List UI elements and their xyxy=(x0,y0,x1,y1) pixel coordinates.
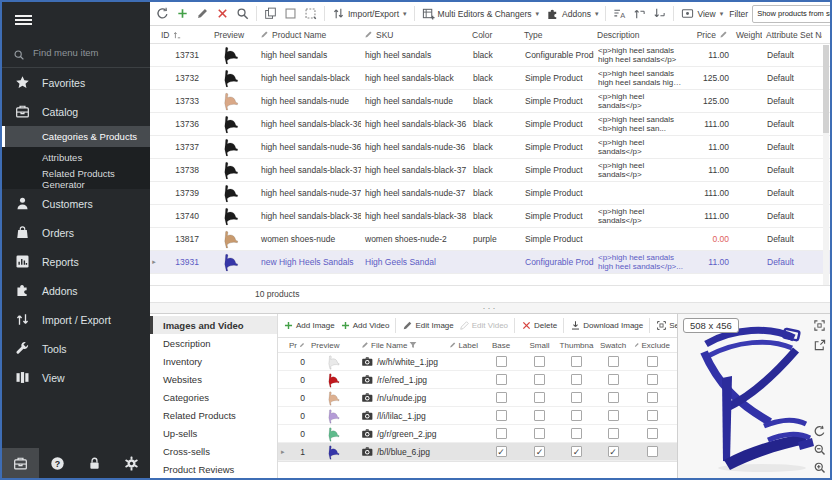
column-header-thumbna[interactable]: Thumbna xyxy=(558,338,595,352)
column-header-product-name[interactable]: Product Name xyxy=(256,26,360,43)
delete-image-button[interactable]: Delete xyxy=(519,318,559,333)
swatch-checkbox[interactable] xyxy=(608,356,619,367)
table-row[interactable]: 13737high heel sandals-nude-36high heel … xyxy=(150,136,830,159)
image-row[interactable]: 0/g/r/green_2.jpg xyxy=(278,425,677,443)
addons-button[interactable]: Addons▾ xyxy=(543,5,601,22)
column-header-file-name[interactable]: File Name xyxy=(358,338,446,352)
add-video-button[interactable]: Add Video xyxy=(338,318,392,333)
column-header-id[interactable]: ID xyxy=(157,26,202,43)
small-checkbox[interactable] xyxy=(534,428,545,439)
tab-product-reviews[interactable]: Product Reviews xyxy=(150,460,277,478)
exclude-checkbox[interactable] xyxy=(647,392,658,403)
thumbnail-checkbox[interactable] xyxy=(571,428,582,439)
table-row[interactable]: 13733high heel sandals-nudehigh heel san… xyxy=(150,90,830,113)
paste-special-button[interactable] xyxy=(301,5,320,22)
tab-cross-sells[interactable]: Cross-sells xyxy=(150,442,277,460)
column-header-price[interactable]: Price xyxy=(688,26,732,43)
copy-button[interactable] xyxy=(261,5,280,22)
exclude-checkbox[interactable] xyxy=(647,374,658,385)
sidebar-item-categories-products[interactable]: Categories & Products xyxy=(2,126,150,147)
small-checkbox[interactable] xyxy=(534,374,545,385)
open-external-icon[interactable] xyxy=(813,339,826,352)
sidebar-item-tools[interactable]: Tools xyxy=(2,334,150,363)
column-header-preview[interactable]: Preview xyxy=(202,26,256,43)
set-resize-rule-button[interactable]: Set Resize Rule xyxy=(654,318,677,333)
image-row[interactable]: 0/n/u/nude.jpg xyxy=(278,389,677,407)
view-button[interactable]: View▾ xyxy=(678,5,726,22)
table-row[interactable]: 13738high heel sandals-black-37high heel… xyxy=(150,159,830,182)
storage-button[interactable] xyxy=(2,448,39,478)
sidebar-item-favorites[interactable]: Favorites xyxy=(2,68,150,97)
grid-scrollbar-thumb[interactable] xyxy=(823,45,829,133)
add-image-button[interactable]: Add Image xyxy=(281,318,337,333)
edit-image-button[interactable]: Edit Image xyxy=(400,318,455,333)
search-button[interactable] xyxy=(233,5,252,22)
sidebar-item-customers[interactable]: Customers xyxy=(2,189,150,218)
base-checkbox[interactable] xyxy=(496,410,507,421)
column-header-sku[interactable]: SKU xyxy=(360,26,468,43)
table-row[interactable]: 13740high heel sandals-black-38high heel… xyxy=(150,205,830,228)
sidebar-item-view[interactable]: View xyxy=(2,363,150,392)
fit-to-window-icon[interactable] xyxy=(813,319,826,332)
tab-up-sells[interactable]: Up-sells xyxy=(150,424,277,442)
exclude-checkbox[interactable] xyxy=(647,428,658,439)
select-cell-button[interactable] xyxy=(281,5,300,22)
import-export-button[interactable]: Import/Export▾ xyxy=(329,5,410,22)
help-button[interactable]: ? xyxy=(39,448,76,478)
base-checkbox[interactable]: ✓ xyxy=(496,446,507,457)
small-checkbox[interactable] xyxy=(534,392,545,403)
swatch-checkbox[interactable] xyxy=(608,392,619,403)
exclude-checkbox[interactable] xyxy=(647,410,658,421)
tab-websites[interactable]: Websites xyxy=(150,370,277,388)
column-header-small[interactable]: Small xyxy=(521,338,558,352)
tab-description[interactable]: Description xyxy=(150,334,277,352)
image-row[interactable]: ▸1/b/l/blue_6.jpg✓✓✓✓ xyxy=(278,443,677,461)
sidebar-item-import-export[interactable]: Import / Export xyxy=(2,305,150,334)
level-up-button[interactable] xyxy=(630,5,649,22)
sidebar-item-addons[interactable]: Addons xyxy=(2,276,150,305)
edit-button[interactable] xyxy=(193,5,212,22)
settings-button[interactable] xyxy=(113,448,150,478)
swatch-checkbox[interactable] xyxy=(608,374,619,385)
edit-video-button[interactable]: Edit Video xyxy=(457,318,510,333)
sidebar-item-related-products-generator[interactable]: Related Products Generator xyxy=(2,168,150,189)
small-checkbox[interactable] xyxy=(534,410,545,421)
thumbnail-checkbox[interactable] xyxy=(571,356,582,367)
thumbnail-checkbox[interactable] xyxy=(571,392,582,403)
column-header-swatch[interactable]: Swatch xyxy=(595,338,631,352)
sort-az-button[interactable]: A xyxy=(610,5,629,22)
table-row[interactable]: 13817women shoes-nudewomen shoes-nude-2p… xyxy=(150,228,830,251)
refresh-button[interactable] xyxy=(153,5,172,22)
tab-categories[interactable]: Categories xyxy=(150,388,277,406)
thumbnail-checkbox[interactable] xyxy=(571,410,582,421)
image-row[interactable]: 0/l/i/lilac_1.jpg xyxy=(278,407,677,425)
delete-button[interactable] xyxy=(213,5,232,22)
sidebar-item-reports[interactable]: Reports xyxy=(2,247,150,276)
column-header-base[interactable]: Base xyxy=(481,338,521,352)
image-row[interactable]: 0/w/h/white_1.jpg xyxy=(278,353,677,371)
column-header-exclude[interactable]: Exclude xyxy=(631,338,673,352)
tab-related-products[interactable]: Related Products xyxy=(150,406,277,424)
base-checkbox[interactable] xyxy=(496,356,507,367)
image-row[interactable]: 0/r/e/red_1.jpg xyxy=(278,371,677,389)
small-checkbox[interactable] xyxy=(534,356,545,367)
download-image-button[interactable]: Download Image xyxy=(568,318,645,333)
column-header-preview[interactable]: Preview xyxy=(308,338,358,352)
swatch-checkbox[interactable]: ✓ xyxy=(608,446,619,457)
exclude-checkbox[interactable] xyxy=(647,446,658,457)
column-header-weight[interactable]: Weight xyxy=(732,26,762,43)
zoom-in-icon[interactable] xyxy=(813,461,826,474)
swatch-checkbox[interactable] xyxy=(608,410,619,421)
filter-dropdown[interactable]: Show products from selected categories▾ xyxy=(752,5,830,23)
sidebar-item-catalog[interactable]: Catalog xyxy=(2,97,150,126)
column-header-type[interactable]: Type xyxy=(520,26,593,43)
exclude-checkbox[interactable] xyxy=(647,356,658,367)
add-button[interactable] xyxy=(173,5,192,22)
table-row[interactable]: 13732high heel sandals-blackhigh heel sa… xyxy=(150,67,830,90)
base-checkbox[interactable] xyxy=(496,374,507,385)
thumbnail-checkbox[interactable]: ✓ xyxy=(571,446,582,457)
level-down-button[interactable] xyxy=(650,5,669,22)
base-checkbox[interactable] xyxy=(496,392,507,403)
table-row[interactable]: 13731high heel sandalshigh heel sandalsb… xyxy=(150,44,830,67)
sidebar-item-orders[interactable]: Orders xyxy=(2,218,150,247)
